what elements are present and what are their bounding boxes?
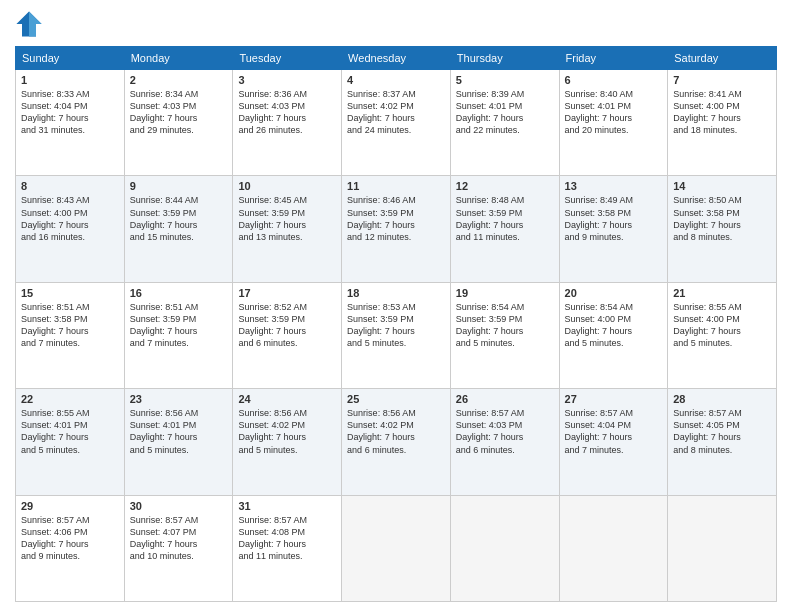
cell-info: Sunrise: 8:51 AM Sunset: 3:58 PM Dayligh… bbox=[21, 301, 119, 350]
cell-info: Sunrise: 8:52 AM Sunset: 3:59 PM Dayligh… bbox=[238, 301, 336, 350]
calendar-cell: 21Sunrise: 8:55 AM Sunset: 4:00 PM Dayli… bbox=[668, 282, 777, 388]
day-number: 17 bbox=[238, 287, 336, 299]
cell-info: Sunrise: 8:57 AM Sunset: 4:08 PM Dayligh… bbox=[238, 514, 336, 563]
cell-info: Sunrise: 8:55 AM Sunset: 4:00 PM Dayligh… bbox=[673, 301, 771, 350]
day-number: 8 bbox=[21, 180, 119, 192]
day-number: 26 bbox=[456, 393, 554, 405]
calendar-row: 22Sunrise: 8:55 AM Sunset: 4:01 PM Dayli… bbox=[16, 389, 777, 495]
calendar-cell: 5Sunrise: 8:39 AM Sunset: 4:01 PM Daylig… bbox=[450, 70, 559, 176]
day-number: 22 bbox=[21, 393, 119, 405]
calendar-cell: 27Sunrise: 8:57 AM Sunset: 4:04 PM Dayli… bbox=[559, 389, 668, 495]
weekday-header: Saturday bbox=[668, 47, 777, 70]
calendar-cell: 30Sunrise: 8:57 AM Sunset: 4:07 PM Dayli… bbox=[124, 495, 233, 601]
cell-info: Sunrise: 8:41 AM Sunset: 4:00 PM Dayligh… bbox=[673, 88, 771, 137]
cell-info: Sunrise: 8:46 AM Sunset: 3:59 PM Dayligh… bbox=[347, 194, 445, 243]
day-number: 14 bbox=[673, 180, 771, 192]
calendar-cell: 7Sunrise: 8:41 AM Sunset: 4:00 PM Daylig… bbox=[668, 70, 777, 176]
cell-info: Sunrise: 8:48 AM Sunset: 3:59 PM Dayligh… bbox=[456, 194, 554, 243]
cell-info: Sunrise: 8:44 AM Sunset: 3:59 PM Dayligh… bbox=[130, 194, 228, 243]
day-number: 21 bbox=[673, 287, 771, 299]
calendar-cell: 3Sunrise: 8:36 AM Sunset: 4:03 PM Daylig… bbox=[233, 70, 342, 176]
calendar-cell: 9Sunrise: 8:44 AM Sunset: 3:59 PM Daylig… bbox=[124, 176, 233, 282]
calendar-cell: 20Sunrise: 8:54 AM Sunset: 4:00 PM Dayli… bbox=[559, 282, 668, 388]
weekday-header: Friday bbox=[559, 47, 668, 70]
day-number: 13 bbox=[565, 180, 663, 192]
calendar-row: 8Sunrise: 8:43 AM Sunset: 4:00 PM Daylig… bbox=[16, 176, 777, 282]
cell-info: Sunrise: 8:36 AM Sunset: 4:03 PM Dayligh… bbox=[238, 88, 336, 137]
calendar-cell: 31Sunrise: 8:57 AM Sunset: 4:08 PM Dayli… bbox=[233, 495, 342, 601]
cell-info: Sunrise: 8:53 AM Sunset: 3:59 PM Dayligh… bbox=[347, 301, 445, 350]
day-number: 7 bbox=[673, 74, 771, 86]
day-number: 1 bbox=[21, 74, 119, 86]
calendar-table: SundayMondayTuesdayWednesdayThursdayFrid… bbox=[15, 46, 777, 602]
day-number: 4 bbox=[347, 74, 445, 86]
day-number: 10 bbox=[238, 180, 336, 192]
day-number: 23 bbox=[130, 393, 228, 405]
page: SundayMondayTuesdayWednesdayThursdayFrid… bbox=[0, 0, 792, 612]
calendar-cell: 16Sunrise: 8:51 AM Sunset: 3:59 PM Dayli… bbox=[124, 282, 233, 388]
cell-info: Sunrise: 8:45 AM Sunset: 3:59 PM Dayligh… bbox=[238, 194, 336, 243]
calendar-row: 29Sunrise: 8:57 AM Sunset: 4:06 PM Dayli… bbox=[16, 495, 777, 601]
day-number: 5 bbox=[456, 74, 554, 86]
calendar-cell: 18Sunrise: 8:53 AM Sunset: 3:59 PM Dayli… bbox=[342, 282, 451, 388]
calendar-cell: 8Sunrise: 8:43 AM Sunset: 4:00 PM Daylig… bbox=[16, 176, 125, 282]
calendar-cell: 19Sunrise: 8:54 AM Sunset: 3:59 PM Dayli… bbox=[450, 282, 559, 388]
cell-info: Sunrise: 8:50 AM Sunset: 3:58 PM Dayligh… bbox=[673, 194, 771, 243]
calendar-cell: 25Sunrise: 8:56 AM Sunset: 4:02 PM Dayli… bbox=[342, 389, 451, 495]
header bbox=[15, 10, 777, 38]
day-number: 6 bbox=[565, 74, 663, 86]
calendar-row: 15Sunrise: 8:51 AM Sunset: 3:58 PM Dayli… bbox=[16, 282, 777, 388]
calendar-cell: 23Sunrise: 8:56 AM Sunset: 4:01 PM Dayli… bbox=[124, 389, 233, 495]
weekday-header: Monday bbox=[124, 47, 233, 70]
logo bbox=[15, 10, 47, 38]
calendar-cell bbox=[668, 495, 777, 601]
svg-marker-1 bbox=[29, 11, 42, 36]
cell-info: Sunrise: 8:49 AM Sunset: 3:58 PM Dayligh… bbox=[565, 194, 663, 243]
calendar-cell: 14Sunrise: 8:50 AM Sunset: 3:58 PM Dayli… bbox=[668, 176, 777, 282]
cell-info: Sunrise: 8:56 AM Sunset: 4:02 PM Dayligh… bbox=[347, 407, 445, 456]
day-number: 25 bbox=[347, 393, 445, 405]
cell-info: Sunrise: 8:57 AM Sunset: 4:07 PM Dayligh… bbox=[130, 514, 228, 563]
weekday-header: Wednesday bbox=[342, 47, 451, 70]
cell-info: Sunrise: 8:33 AM Sunset: 4:04 PM Dayligh… bbox=[21, 88, 119, 137]
calendar-cell: 11Sunrise: 8:46 AM Sunset: 3:59 PM Dayli… bbox=[342, 176, 451, 282]
calendar-cell: 29Sunrise: 8:57 AM Sunset: 4:06 PM Dayli… bbox=[16, 495, 125, 601]
logo-icon bbox=[15, 10, 43, 38]
calendar-cell: 1Sunrise: 8:33 AM Sunset: 4:04 PM Daylig… bbox=[16, 70, 125, 176]
cell-info: Sunrise: 8:54 AM Sunset: 3:59 PM Dayligh… bbox=[456, 301, 554, 350]
day-number: 27 bbox=[565, 393, 663, 405]
calendar-cell: 10Sunrise: 8:45 AM Sunset: 3:59 PM Dayli… bbox=[233, 176, 342, 282]
cell-info: Sunrise: 8:56 AM Sunset: 4:02 PM Dayligh… bbox=[238, 407, 336, 456]
calendar-cell: 28Sunrise: 8:57 AM Sunset: 4:05 PM Dayli… bbox=[668, 389, 777, 495]
day-number: 29 bbox=[21, 500, 119, 512]
cell-info: Sunrise: 8:55 AM Sunset: 4:01 PM Dayligh… bbox=[21, 407, 119, 456]
cell-info: Sunrise: 8:56 AM Sunset: 4:01 PM Dayligh… bbox=[130, 407, 228, 456]
day-number: 28 bbox=[673, 393, 771, 405]
day-number: 9 bbox=[130, 180, 228, 192]
cell-info: Sunrise: 8:57 AM Sunset: 4:05 PM Dayligh… bbox=[673, 407, 771, 456]
cell-info: Sunrise: 8:57 AM Sunset: 4:06 PM Dayligh… bbox=[21, 514, 119, 563]
calendar-cell: 2Sunrise: 8:34 AM Sunset: 4:03 PM Daylig… bbox=[124, 70, 233, 176]
calendar-row: 1Sunrise: 8:33 AM Sunset: 4:04 PM Daylig… bbox=[16, 70, 777, 176]
calendar-cell: 15Sunrise: 8:51 AM Sunset: 3:58 PM Dayli… bbox=[16, 282, 125, 388]
cell-info: Sunrise: 8:51 AM Sunset: 3:59 PM Dayligh… bbox=[130, 301, 228, 350]
day-number: 2 bbox=[130, 74, 228, 86]
calendar-header-row: SundayMondayTuesdayWednesdayThursdayFrid… bbox=[16, 47, 777, 70]
cell-info: Sunrise: 8:43 AM Sunset: 4:00 PM Dayligh… bbox=[21, 194, 119, 243]
weekday-header: Thursday bbox=[450, 47, 559, 70]
day-number: 12 bbox=[456, 180, 554, 192]
day-number: 15 bbox=[21, 287, 119, 299]
cell-info: Sunrise: 8:54 AM Sunset: 4:00 PM Dayligh… bbox=[565, 301, 663, 350]
day-number: 19 bbox=[456, 287, 554, 299]
day-number: 3 bbox=[238, 74, 336, 86]
cell-info: Sunrise: 8:34 AM Sunset: 4:03 PM Dayligh… bbox=[130, 88, 228, 137]
calendar-cell bbox=[342, 495, 451, 601]
calendar-cell: 26Sunrise: 8:57 AM Sunset: 4:03 PM Dayli… bbox=[450, 389, 559, 495]
calendar-cell: 13Sunrise: 8:49 AM Sunset: 3:58 PM Dayli… bbox=[559, 176, 668, 282]
calendar-cell: 6Sunrise: 8:40 AM Sunset: 4:01 PM Daylig… bbox=[559, 70, 668, 176]
day-number: 11 bbox=[347, 180, 445, 192]
calendar-cell: 12Sunrise: 8:48 AM Sunset: 3:59 PM Dayli… bbox=[450, 176, 559, 282]
day-number: 30 bbox=[130, 500, 228, 512]
cell-info: Sunrise: 8:37 AM Sunset: 4:02 PM Dayligh… bbox=[347, 88, 445, 137]
day-number: 31 bbox=[238, 500, 336, 512]
